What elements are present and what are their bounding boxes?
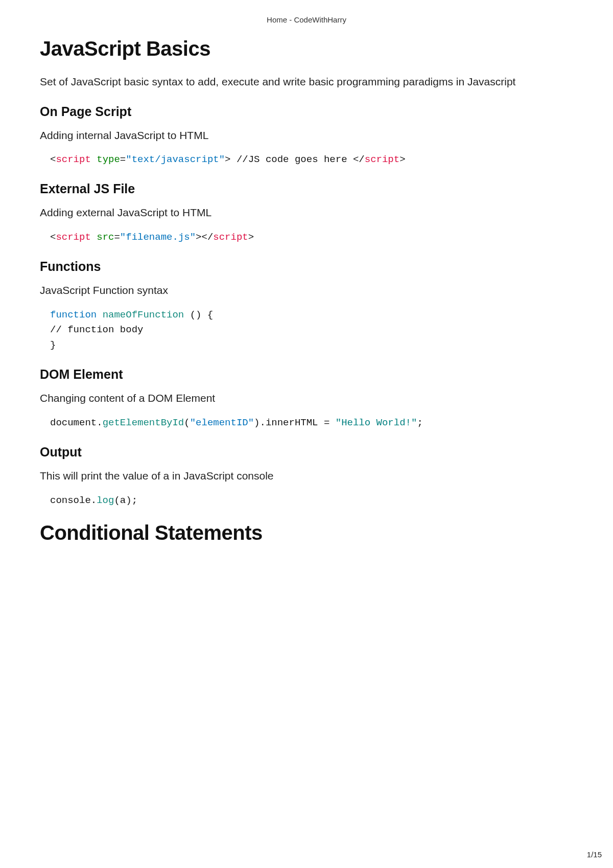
code-token: } — [50, 339, 56, 351]
code-output: console.log(a); — [50, 493, 573, 508]
page: Home - CodeWithHarry JavaScript Basics S… — [0, 0, 613, 868]
code-token: > — [399, 154, 405, 165]
heading-js-basics: JavaScript Basics — [40, 37, 573, 60]
desc-on-page-script: Adding internal JavaScript to HTML — [40, 127, 573, 144]
code-token: ).innerHTML = — [254, 417, 336, 428]
code-token: log — [97, 495, 114, 506]
code-token: > — [196, 232, 201, 243]
code-token: nameOfFunction — [103, 309, 184, 321]
code-token: "elementID" — [190, 417, 254, 428]
heading-dom-element: DOM Element — [40, 367, 573, 382]
code-token: "Hello World!" — [336, 417, 417, 428]
desc-functions: JavaScript Function syntax — [40, 282, 573, 299]
code-token: getElementById — [103, 417, 184, 428]
code-token: script — [213, 232, 248, 243]
code-token: console. — [50, 495, 97, 506]
desc-js-basics: Set of JavaScript basic syntax to add, e… — [40, 74, 573, 90]
code-external-js: <script src="filename.js"></script> — [50, 230, 573, 245]
heading-on-page-script: On Page Script — [40, 104, 573, 119]
desc-external-js: Adding external JavaScript to HTML — [40, 204, 573, 221]
code-token: function — [50, 309, 97, 321]
page-number: 1/15 — [587, 850, 602, 859]
code-token: > — [248, 232, 254, 243]
code-token: "filename.js" — [120, 232, 196, 243]
code-token: </ — [202, 232, 214, 243]
code-token: () { — [184, 309, 213, 321]
code-token: < — [50, 154, 56, 165]
code-token: type — [97, 154, 120, 165]
code-token: (a); — [114, 495, 137, 506]
code-on-page-script: <script type="text/javascript"> //JS cod… — [50, 152, 573, 167]
code-token: = — [114, 232, 120, 243]
code-token: < — [50, 232, 56, 243]
code-token: // function body — [50, 324, 149, 335]
desc-dom-element: Changing content of a DOM Element — [40, 390, 573, 406]
code-token: > — [225, 154, 230, 165]
code-functions: function nameOfFunction () { // function… — [50, 308, 573, 353]
code-token: "text/javascript" — [126, 154, 225, 165]
code-token — [97, 309, 102, 321]
code-token: src — [97, 232, 114, 243]
code-token: document. — [50, 417, 103, 428]
code-token: = — [120, 154, 126, 165]
heading-output: Output — [40, 445, 573, 460]
code-token — [91, 232, 97, 243]
desc-output: This will print the value of a in JavaSc… — [40, 468, 573, 484]
code-dom-element: document.getElementById("elementID").inn… — [50, 416, 573, 430]
code-token — [91, 154, 97, 165]
code-token: script — [365, 154, 399, 165]
heading-external-js: External JS File — [40, 181, 573, 196]
code-token: script — [56, 154, 90, 165]
heading-conditional-statements: Conditional Statements — [40, 521, 573, 544]
code-token: script — [56, 232, 90, 243]
heading-functions: Functions — [40, 259, 573, 274]
code-token: ; — [417, 417, 422, 428]
code-token: ( — [184, 417, 190, 428]
code-token: //JS code goes here — [231, 154, 353, 165]
site-header: Home - CodeWithHarry — [40, 15, 573, 24]
code-token: </ — [353, 154, 365, 165]
